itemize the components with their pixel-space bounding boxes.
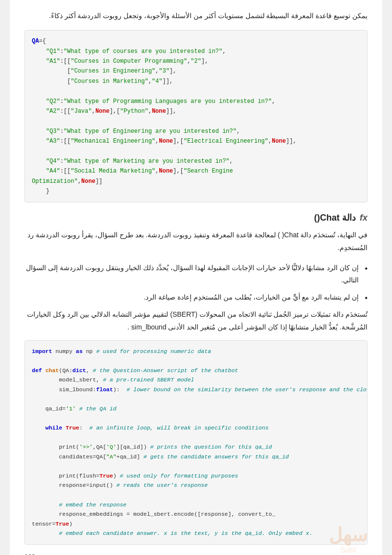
bullet-list: إن كان الرد مشابهًا دلاليًّا لأحد خيارات… <box>24 262 368 304</box>
sbert-paragraph: تُستخدَم دالة تمثيلات ترميز الجُمل ثنائي… <box>24 308 368 333</box>
code-block-2: import numpy as np # used for processing… <box>24 340 368 545</box>
section-header: دالة Chat() fx <box>24 212 368 223</box>
watermark-latin: Sahl <box>329 546 368 555</box>
section-title: دالة Chat() <box>314 212 356 223</box>
bullet-item-2: إن لم يتشابه الرد مع أيٍّ من الخيارات، ي… <box>24 291 368 303</box>
page-number: 183 <box>24 553 35 555</box>
code-block-1: QA={ "Q1":"What type of courses are you … <box>24 30 368 202</box>
intro-paragraph: يمكن توسيع قاعدة المعرفة البسيطة لتشمل م… <box>24 10 368 22</box>
page-container: يمكن توسيع قاعدة المعرفة البسيطة لتشمل م… <box>10 0 382 555</box>
chat-intro: في النهاية، تُستخدَم دالة Chat( ) لمعالج… <box>24 229 368 253</box>
bullet-item-1: إن كان الرد مشابهًا دلاليًّا لأحد خيارات… <box>24 262 368 286</box>
fx-icon: fx <box>360 213 368 223</box>
